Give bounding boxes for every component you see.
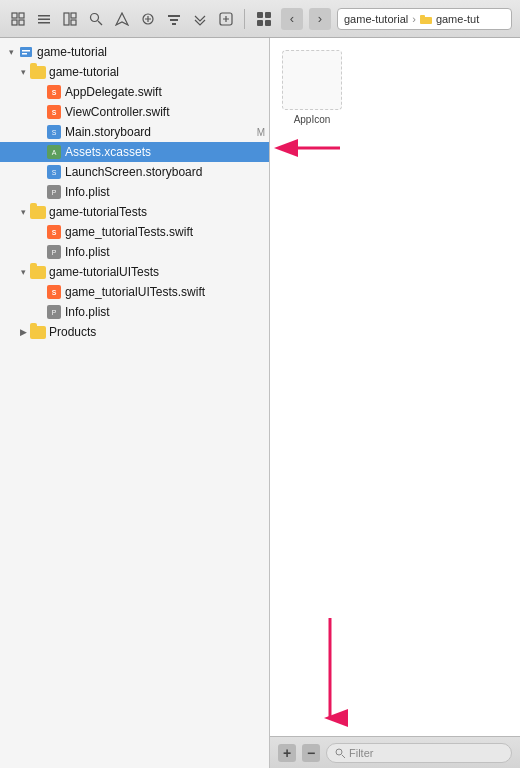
swift-icon-tests: S [46,224,62,240]
folder-icon-tests [30,204,46,220]
toolbar-icon-5[interactable] [112,9,132,29]
svg-rect-17 [257,12,263,18]
toggle-products: ▶ [16,327,30,337]
grid-view-icon[interactable] [253,8,275,30]
plist-icon-3: P [46,304,62,320]
sidebar-label-info-plist-3: Info.plist [65,305,265,319]
svg-rect-6 [38,22,50,24]
toggle-uitests: ▾ [16,267,30,277]
svg-rect-21 [420,17,432,24]
toolbar-icon-8[interactable] [190,9,210,29]
svg-rect-3 [19,20,24,25]
svg-rect-14 [170,19,178,21]
bottom-bar: + − Filter [270,736,520,768]
plist-icon-2: P [46,244,62,260]
sidebar-item-root-group[interactable]: ▾ game-tutorial [0,42,269,62]
nav-back-button[interactable]: ‹ [281,8,303,30]
svg-rect-22 [420,15,425,18]
sidebar-label-tests-swift: game_tutorialTests.swift [65,225,265,239]
main-content: ▾ game-tutorial ▾ game-tutorial S AppDel… [0,38,520,768]
swift-icon-viewcontroller: S [46,104,62,120]
toolbar-icon-7[interactable] [164,9,184,29]
swift-icon-appdelegate: S [46,84,62,100]
svg-rect-2 [12,20,17,25]
toolbar-icon-9[interactable] [216,9,236,29]
sidebar-item-tests-folder[interactable]: ▾ game-tutorialTests [0,202,269,222]
sidebar-label-main-storyboard: Main.storyboard [65,125,253,139]
sidebar-label-tests-folder: game-tutorialTests [49,205,265,219]
storyboard-icon-main: S [46,124,62,140]
svg-rect-9 [71,20,76,25]
svg-point-26 [336,749,342,755]
sidebar-root-label: game-tutorial [37,45,265,59]
breadcrumb-folder[interactable]: game-tut [436,13,479,25]
sidebar-item-info-plist-3[interactable]: P Info.plist [0,302,269,322]
breadcrumb-project[interactable]: game-tutorial [344,13,408,25]
svg-rect-19 [257,20,263,26]
sidebar-label-viewcontroller: ViewController.swift [65,105,265,119]
sidebar-item-appdelegate[interactable]: S AppDelegate.swift [0,82,269,102]
add-asset-button[interactable]: + [278,744,296,762]
breadcrumb-sep1: › [412,13,416,25]
asset-appicon-preview [282,50,342,110]
toolbar-icon-2[interactable] [34,9,54,29]
svg-rect-20 [265,20,271,26]
sidebar-label-launchscreen: LaunchScreen.storyboard [65,165,265,179]
svg-rect-13 [168,15,180,17]
toolbar-icon-1[interactable] [8,9,28,29]
filter-placeholder: Filter [349,747,373,759]
svg-rect-1 [19,13,24,18]
svg-point-10 [91,13,99,21]
nav-forward-button[interactable]: › [309,8,331,30]
toolbar-sep [244,9,245,29]
remove-asset-button[interactable]: − [302,744,320,762]
sidebar-item-game-tutorial-folder[interactable]: ▾ game-tutorial [0,62,269,82]
toggle-tests: ▾ [16,207,30,217]
folder-icon-uitests [30,264,46,280]
svg-rect-8 [71,13,76,18]
sidebar-item-products-folder[interactable]: ▶ Products [0,322,269,342]
svg-rect-0 [12,13,17,18]
toolbar-icon-6[interactable] [138,9,158,29]
sidebar-label-info-plist-1: Info.plist [65,185,265,199]
sidebar-label-appdelegate: AppDelegate.swift [65,85,265,99]
asset-appicon[interactable]: AppIcon [282,50,342,125]
sidebar-item-info-plist-2[interactable]: P Info.plist [0,242,269,262]
sidebar-item-viewcontroller[interactable]: S ViewController.swift [0,102,269,122]
editor: AppIcon + − Filter [270,38,520,768]
svg-line-27 [342,755,345,758]
sidebar-label-products: Products [49,325,265,339]
asset-appicon-label: AppIcon [294,114,331,125]
sidebar-item-tests-swift[interactable]: S game_tutorialTests.swift [0,222,269,242]
sidebar-item-uitests-folder[interactable]: ▾ game-tutorialUITests [0,262,269,282]
xcassets-icon-assets: A [46,144,62,160]
sidebar: ▾ game-tutorial ▾ game-tutorial S AppDel… [0,38,270,768]
sidebar-label-game-tutorial: game-tutorial [49,65,265,79]
svg-rect-23 [20,47,32,57]
breadcrumb-folder-icon [420,14,432,24]
svg-rect-7 [64,13,69,25]
sidebar-label-assets: Assets.xcassets [65,145,265,159]
filter-search-icon [335,748,345,758]
svg-rect-15 [172,23,176,25]
search-icon[interactable] [86,9,106,29]
toolbar: ‹ › game-tutorial › game-tut [0,0,520,38]
folder-icon-game-tutorial [30,64,46,80]
sidebar-label-info-plist-2: Info.plist [65,245,265,259]
toggle-game-tutorial: ▾ [16,67,30,77]
sidebar-item-main-storyboard[interactable]: S Main.storyboard M [0,122,269,142]
filter-box[interactable]: Filter [326,743,512,763]
svg-rect-18 [265,12,271,18]
main-storyboard-badge: M [257,127,265,138]
sidebar-item-launchscreen[interactable]: S LaunchScreen.storyboard [0,162,269,182]
sidebar-item-assets-xcassets[interactable]: A Assets.xcassets [0,142,269,162]
project-icon [18,44,34,60]
toolbar-icon-3[interactable] [60,9,80,29]
sidebar-item-uitests-swift[interactable]: S game_tutorialUITests.swift [0,282,269,302]
svg-rect-4 [38,15,50,17]
toggle-root: ▾ [4,47,18,57]
sidebar-label-uitests-swift: game_tutorialUITests.swift [65,285,265,299]
svg-line-11 [98,21,102,25]
sidebar-item-info-plist-1[interactable]: P Info.plist [0,182,269,202]
svg-rect-5 [38,18,50,20]
